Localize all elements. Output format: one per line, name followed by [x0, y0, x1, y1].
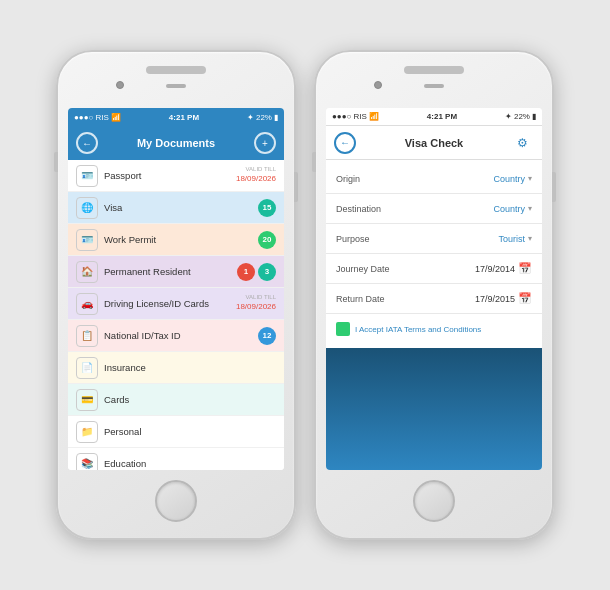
back-button-2[interactable]: ← — [334, 132, 356, 154]
driving-license-valid-till: VALID TILL 18/09/2026 — [236, 294, 276, 312]
visa-blue-bottom — [326, 348, 542, 470]
side-button-right — [294, 172, 298, 202]
back-icon-2: ← — [340, 137, 350, 148]
destination-chevron-icon: ▾ — [528, 204, 532, 213]
settings-button[interactable]: ⚙ — [512, 132, 534, 154]
journey-date-calendar-icon[interactable]: 📅 — [518, 262, 532, 275]
purpose-value-container: Tourist ▾ — [406, 234, 532, 244]
personal-icon: 📁 — [76, 421, 98, 443]
add-button[interactable]: + — [254, 132, 276, 154]
settings-icon: ⚙ — [517, 136, 528, 150]
iata-checkbox[interactable] — [336, 322, 350, 336]
education-icon: 📚 — [76, 453, 98, 471]
nav-title-1: My Documents — [137, 137, 215, 149]
list-item[interactable]: 🏠 Permanent Resident 1 3 — [68, 256, 284, 288]
list-item[interactable]: 💳 Cards — [68, 384, 284, 416]
status-left-2: ●●●○ RIS 📶 — [332, 112, 379, 121]
wifi-icon-1: 📶 — [111, 113, 121, 122]
origin-value: Country — [493, 174, 525, 184]
passport-label: Passport — [104, 170, 236, 181]
iata-row[interactable]: I Accept IATA Terms and Conditions — [326, 314, 542, 344]
add-icon: + — [262, 138, 268, 149]
passport-valid-till: VALID TILL 18/09/2026 — [236, 166, 276, 184]
passport-icon: 🪪 — [76, 165, 98, 187]
status-right-1: ✦ 22% ▮ — [247, 113, 278, 122]
camera — [116, 81, 124, 89]
origin-row[interactable]: Origin Country ▾ — [326, 164, 542, 194]
list-item[interactable]: 📋 National ID/Tax ID 12 — [68, 320, 284, 352]
insurance-icon: 📄 — [76, 357, 98, 379]
battery-icon-1: ▮ — [274, 113, 278, 122]
camera-2 — [374, 81, 382, 89]
education-label: Education — [104, 458, 276, 469]
battery-2: 22% — [514, 112, 530, 121]
nav-title-2: Visa Check — [405, 137, 464, 149]
work-permit-badge: 20 — [258, 231, 276, 249]
purpose-value: Tourist — [498, 234, 525, 244]
journey-date-value: 17/9/2014 — [475, 264, 515, 274]
list-item[interactable]: 📁 Personal — [68, 416, 284, 448]
screen-visa-check: ●●●○ RIS 📶 4:21 PM ✦ 22% ▮ ← Visa Check … — [326, 108, 542, 470]
return-date-calendar-icon[interactable]: 📅 — [518, 292, 532, 305]
national-id-icon: 📋 — [76, 325, 98, 347]
phones-container: ●●●○ RIS 📶 4:21 PM ✦ 22% ▮ ← My Document… — [56, 50, 554, 540]
screen-my-documents: ●●●○ RIS 📶 4:21 PM ✦ 22% ▮ ← My Document… — [68, 108, 284, 470]
document-list: 🪪 Passport VALID TILL 18/09/2026 🌐 Visa … — [68, 160, 284, 470]
status-right-2: ✦ 22% ▮ — [505, 112, 536, 121]
journey-date-row[interactable]: Journey Date 17/9/2014 📅 — [326, 254, 542, 284]
side-button-right-2 — [552, 172, 556, 202]
destination-label: Destination — [336, 204, 406, 214]
list-item[interactable]: 🪪 Passport VALID TILL 18/09/2026 — [68, 160, 284, 192]
carrier-1: ●●●○ RIS — [74, 113, 109, 122]
permanent-resident-badge1: 1 — [237, 263, 255, 281]
list-item[interactable]: 🚗 Driving License/ID Cards VALID TILL 18… — [68, 288, 284, 320]
origin-label: Origin — [336, 174, 406, 184]
list-item[interactable]: 🪪 Work Permit 20 — [68, 224, 284, 256]
origin-value-container: Country ▾ — [406, 174, 532, 184]
purpose-label: Purpose — [336, 234, 406, 244]
visa-form: Origin Country ▾ Destination Country ▾ — [326, 160, 542, 348]
destination-row[interactable]: Destination Country ▾ — [326, 194, 542, 224]
side-button-left — [54, 152, 58, 172]
work-permit-icon: 🪪 — [76, 229, 98, 251]
iata-text: I Accept IATA Terms and Conditions — [355, 325, 481, 334]
back-icon-1: ← — [82, 138, 92, 149]
visa-label: Visa — [104, 202, 255, 213]
list-item[interactable]: 🌐 Visa 15 — [68, 192, 284, 224]
purpose-chevron-icon: ▾ — [528, 234, 532, 243]
permanent-resident-badge2: 3 — [258, 263, 276, 281]
cards-icon: 💳 — [76, 389, 98, 411]
nav-bar-1: ← My Documents + — [68, 126, 284, 160]
national-id-badge: 12 — [258, 327, 276, 345]
nav-bar-2: ← Visa Check ⚙ — [326, 126, 542, 160]
bluetooth-icon-2: ✦ — [505, 112, 512, 121]
journey-date-label: Journey Date — [336, 264, 406, 274]
national-id-label: National ID/Tax ID — [104, 330, 255, 341]
side-button-left-2 — [312, 152, 316, 172]
phone-my-documents: ●●●○ RIS 📶 4:21 PM ✦ 22% ▮ ← My Document… — [56, 50, 296, 540]
battery-1: 22% — [256, 113, 272, 122]
speaker — [166, 84, 186, 88]
destination-value: Country — [493, 204, 525, 214]
list-item[interactable]: 📄 Insurance — [68, 352, 284, 384]
visa-form-container: Origin Country ▾ Destination Country ▾ — [326, 160, 542, 470]
status-left-1: ●●●○ RIS 📶 — [74, 113, 121, 122]
journey-date-value-container: 17/9/2014 📅 — [406, 262, 532, 275]
back-button-1[interactable]: ← — [76, 132, 98, 154]
work-permit-label: Work Permit — [104, 234, 255, 245]
list-item[interactable]: 📚 Education — [68, 448, 284, 470]
return-date-value-container: 17/9/2015 📅 — [406, 292, 532, 305]
destination-value-container: Country ▾ — [406, 204, 532, 214]
visa-badge: 15 — [258, 199, 276, 217]
personal-label: Personal — [104, 426, 276, 437]
time-1: 4:21 PM — [169, 113, 199, 122]
purpose-row[interactable]: Purpose Tourist ▾ — [326, 224, 542, 254]
return-date-value: 17/9/2015 — [475, 294, 515, 304]
wifi-icon-2: 📶 — [369, 112, 379, 121]
return-date-row[interactable]: Return Date 17/9/2015 📅 — [326, 284, 542, 314]
permanent-resident-label: Permanent Resident — [104, 266, 234, 277]
cards-label: Cards — [104, 394, 276, 405]
speaker-2 — [424, 84, 444, 88]
insurance-label: Insurance — [104, 362, 276, 373]
status-bar-2: ●●●○ RIS 📶 4:21 PM ✦ 22% ▮ — [326, 108, 542, 126]
